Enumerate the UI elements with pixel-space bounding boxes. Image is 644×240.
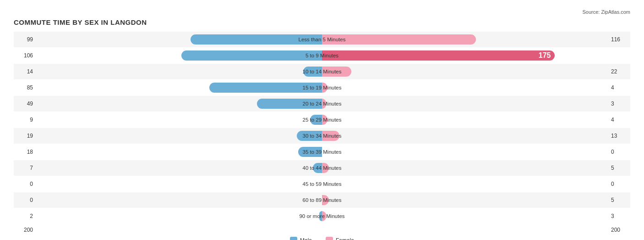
chart-row: 9 25 to 29 Minutes 4	[14, 112, 630, 128]
male-bar-side	[56, 179, 322, 189]
chart-row: 7 40 to 44 Minutes 5	[14, 160, 630, 176]
chart-row: 85 15 to 19 Minutes 4	[14, 80, 630, 95]
female-bar	[322, 67, 351, 77]
female-value: 0	[607, 149, 630, 155]
chart-title: COMMUTE TIME BY SEX IN LANGDON	[14, 18, 630, 26]
female-bar-side	[322, 163, 588, 173]
chart-row: 0 45 to 59 Minutes 0	[14, 176, 630, 192]
axis-row: 200 200	[14, 227, 630, 233]
bar-group: Less than 5 Minutes	[37, 32, 607, 47]
male-value: 99	[14, 36, 37, 43]
female-bar	[322, 163, 329, 173]
female-bar-side	[322, 179, 588, 189]
bar-group: 20 to 24 Minutes	[37, 96, 607, 112]
source-text: Source: ZipAtlas.com	[14, 9, 630, 15]
bars-container: 60 to 89 Minutes	[37, 192, 607, 208]
male-bar	[297, 131, 322, 141]
chart-row: 2 90 or more Minutes 3	[14, 208, 630, 224]
male-value: 49	[14, 100, 37, 107]
bars-container: 10 to 14 Minutes	[37, 64, 607, 79]
female-bar-side	[322, 115, 588, 125]
chart-row: 0 60 to 89 Minutes 5	[14, 192, 630, 208]
male-bar-side	[56, 195, 322, 205]
chart-row: 99 Less than 5 Minutes 116	[14, 32, 630, 47]
female-bar-side	[322, 147, 588, 157]
female-bar-side	[322, 34, 588, 45]
male-value: 18	[14, 149, 37, 155]
male-value: 2	[14, 213, 37, 219]
female-value: 3	[607, 100, 630, 107]
female-value: 13	[607, 133, 630, 139]
female-bar	[322, 211, 326, 221]
bar-group: 10 to 14 Minutes	[37, 64, 607, 79]
bar-group: 30 to 34 Minutes	[37, 128, 607, 144]
male-bar	[298, 147, 322, 157]
bars-container: 5 to 9 Minutes 175	[37, 48, 607, 63]
female-value: 4	[607, 84, 630, 91]
female-bar-highlight: 175	[322, 50, 555, 61]
female-bar-side: 175	[322, 50, 588, 61]
bars-container: 45 to 59 Minutes	[37, 176, 607, 192]
male-value: 0	[14, 197, 37, 203]
female-value: 3	[607, 213, 630, 219]
bar-group: 40 to 44 Minutes	[37, 160, 607, 176]
male-bar-side	[56, 211, 322, 221]
male-swatch	[290, 237, 297, 240]
bars-container: Less than 5 Minutes	[37, 32, 607, 47]
female-value: 5	[607, 165, 630, 171]
female-bar-side	[322, 131, 588, 141]
bars-container: 90 or more Minutes	[37, 208, 607, 224]
female-bar	[322, 195, 329, 205]
bar-group: 25 to 29 Minutes	[37, 112, 607, 128]
male-value: 19	[14, 133, 37, 139]
female-swatch	[326, 237, 333, 240]
bars-container: 15 to 19 Minutes	[37, 80, 607, 95]
male-bar	[191, 34, 322, 45]
female-value: 116	[607, 36, 630, 43]
axis-right-label: 200	[607, 227, 630, 233]
bars-container: 20 to 24 Minutes	[37, 96, 607, 112]
bar-group: 45 to 59 Minutes	[37, 176, 607, 192]
bars-container: 40 to 44 Minutes	[37, 160, 607, 176]
female-bar	[322, 83, 327, 93]
chart-row: 106 5 to 9 Minutes 175	[14, 48, 630, 63]
female-bar-side	[322, 211, 588, 221]
highlight-value: 175	[539, 51, 551, 60]
male-bar-side	[56, 99, 322, 109]
bar-group: 90 or more Minutes	[37, 208, 607, 224]
male-bar-side	[56, 67, 322, 77]
male-value: 0	[14, 181, 37, 187]
male-bar-side	[56, 115, 322, 125]
female-value: 0	[607, 181, 630, 187]
male-bar	[209, 83, 322, 93]
male-bar-side	[56, 163, 322, 173]
chart-row: 18 35 to 39 Minutes 0	[14, 144, 630, 160]
bars-container: 25 to 29 Minutes	[37, 112, 607, 128]
female-bar	[322, 131, 339, 141]
female-label: Female	[336, 237, 354, 240]
male-value: 85	[14, 84, 37, 91]
legend-male: Male	[290, 237, 312, 240]
female-bar	[322, 99, 326, 109]
bars-container: 30 to 34 Minutes	[37, 128, 607, 144]
chart-row: 49 20 to 24 Minutes 3	[14, 96, 630, 112]
female-value: 22	[607, 68, 630, 75]
female-bar	[322, 115, 327, 125]
male-bar-side	[56, 131, 322, 141]
legend: Male Female	[14, 237, 630, 240]
bar-group: 60 to 89 Minutes	[37, 192, 607, 208]
female-bar-side	[322, 195, 588, 205]
bar-group: 5 to 9 Minutes 175	[37, 48, 607, 63]
male-label: Male	[300, 237, 312, 240]
bars-container: 35 to 39 Minutes	[37, 144, 607, 160]
male-bar-side	[56, 83, 322, 93]
axis-left-label: 200	[14, 227, 37, 233]
male-bar-side	[56, 147, 322, 157]
male-value: 14	[14, 68, 37, 75]
male-bar	[313, 163, 322, 173]
male-bar-side	[56, 50, 322, 61]
male-value: 7	[14, 165, 37, 171]
chart-area: 99 Less than 5 Minutes 116 106 5 to 9 Mi…	[14, 32, 630, 224]
female-bar-side	[322, 83, 588, 93]
male-bar-side	[56, 34, 322, 45]
